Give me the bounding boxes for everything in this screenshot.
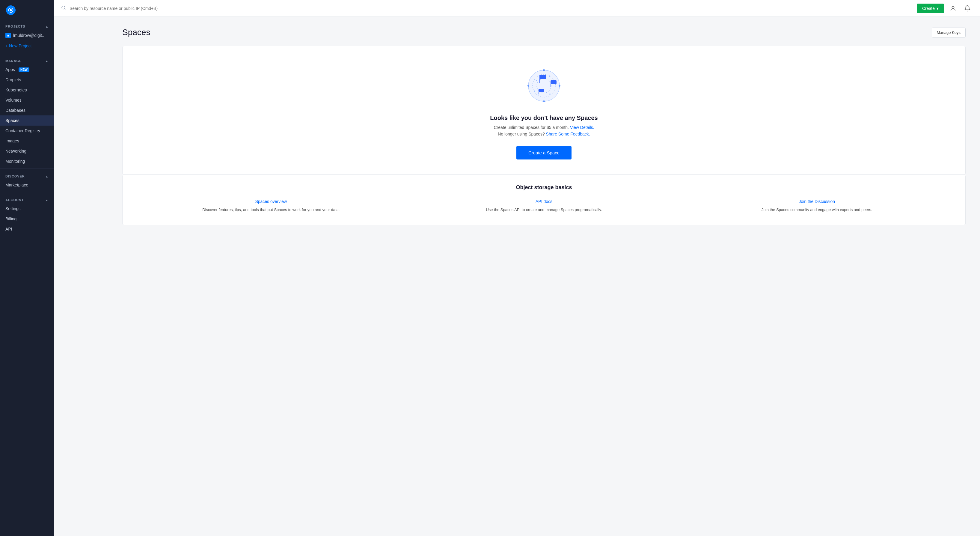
empty-state-card: Looks like you don't have any Spaces Cre… [122,46,966,175]
sidebar-item-databases[interactable]: Databases [0,105,54,115]
manage-collapse-icon[interactable]: ▲ [45,59,49,63]
create-space-button[interactable]: Create a Space [516,146,571,159]
basics-col-1: Spaces overview Discover features, tips,… [135,199,407,213]
sidebar-item-monitoring[interactable]: Monitoring [0,156,54,166]
svg-point-1 [10,9,12,11]
discover-collapse-icon[interactable]: ▲ [45,175,49,178]
main-content: Spaces Manage Keys [108,17,980,536]
logo[interactable] [0,0,54,21]
basics-col-3: Join the Discussion Join the Spaces comm… [680,199,953,213]
sidebar-item-billing[interactable]: Billing [0,214,54,224]
svg-rect-16 [539,89,544,92]
svg-point-22 [536,80,537,81]
sidebar-item-api[interactable]: API [0,224,54,234]
basics-title: Object storage basics [123,175,965,199]
new-project-button[interactable]: + New Project [0,41,54,51]
join-discussion-link[interactable]: Join the Discussion [686,199,947,204]
empty-state-title: Looks like you don't have any Spaces [135,115,953,121]
sidebar-item-marketplace[interactable]: Marketplace [0,180,54,190]
sidebar-item-settings[interactable]: Settings [0,204,54,214]
search-icon [61,5,66,11]
spaces-illustration [523,64,565,106]
svg-point-2 [62,6,65,9]
manage-keys-button[interactable]: Manage Keys [932,27,966,38]
svg-point-8 [543,69,545,71]
svg-point-19 [555,84,556,85]
notification-icon-button[interactable] [962,3,973,14]
svg-point-5 [528,70,560,101]
sidebar-item-volumes[interactable]: Volumes [0,95,54,105]
create-button[interactable]: Create ▾ [917,3,944,13]
sidebar-item-kubernetes[interactable]: Kubernetes [0,85,54,95]
page-header: Spaces Manage Keys [122,27,966,38]
svg-rect-12 [539,75,546,79]
spaces-overview-desc: Discover features, tips, and tools that … [140,207,402,213]
project-icon: ■ [5,33,11,38]
discover-section-header: DISCOVER ▲ [0,170,54,180]
svg-point-10 [543,100,545,102]
svg-rect-17 [539,92,539,94]
svg-point-21 [549,94,550,95]
svg-rect-13 [539,79,540,83]
basics-card: Object storage basics Spaces overview Di… [122,175,966,225]
sidebar-item-images[interactable]: Images [0,136,54,146]
account-section-header: ACCOUNT ▲ [0,194,54,204]
svg-point-11 [527,85,529,87]
basics-col-2: API docs Use the Spaces API to create an… [407,199,681,213]
sidebar-item-spaces[interactable]: Spaces [0,115,54,126]
empty-state-feedback: No longer using Spaces? Share Some Feedb… [135,132,953,137]
join-discussion-desc: Join the Spaces community and engage wit… [686,207,947,213]
svg-line-3 [64,9,65,10]
manage-section-header: MANAGE ▲ [0,55,54,64]
header: Create ▾ [54,0,980,17]
sidebar: PROJECTS ▲ ■ lmuldrow@digit... + New Pro… [0,0,54,536]
svg-rect-14 [550,80,557,84]
apps-new-badge: NEW [19,67,30,72]
sidebar-item-container-registry[interactable]: Container Registry [0,126,54,136]
account-collapse-icon[interactable]: ▲ [45,199,49,202]
spaces-overview-link[interactable]: Spaces overview [140,199,402,204]
logo-icon [6,5,16,15]
projects-collapse-icon[interactable]: ▲ [45,25,49,28]
empty-state-subtitle: Create unlimited Spaces for $5 a month. … [135,125,953,130]
basics-grid: Spaces overview Discover features, tips,… [123,199,965,225]
api-docs-link[interactable]: API docs [414,199,675,204]
share-feedback-link[interactable]: Share Some Feedback. [546,132,590,137]
sidebar-item-droplets[interactable]: Droplets [0,75,54,85]
svg-rect-15 [550,84,551,87]
sidebar-item-apps[interactable]: Apps NEW [0,64,54,75]
current-project[interactable]: ■ lmuldrow@digit... [0,30,54,41]
sidebar-item-networking[interactable]: Networking [0,146,54,156]
api-docs-desc: Use the Spaces API to create and manage … [414,207,675,213]
page-title: Spaces [122,27,150,37]
projects-section-header: PROJECTS ▲ [0,21,54,30]
svg-point-4 [952,6,954,8]
view-details-link[interactable]: View Details. [570,125,594,130]
svg-point-20 [534,91,535,92]
svg-point-9 [558,85,560,87]
user-icon-button[interactable] [948,3,958,14]
svg-point-18 [549,76,550,77]
search-input[interactable] [70,6,913,11]
